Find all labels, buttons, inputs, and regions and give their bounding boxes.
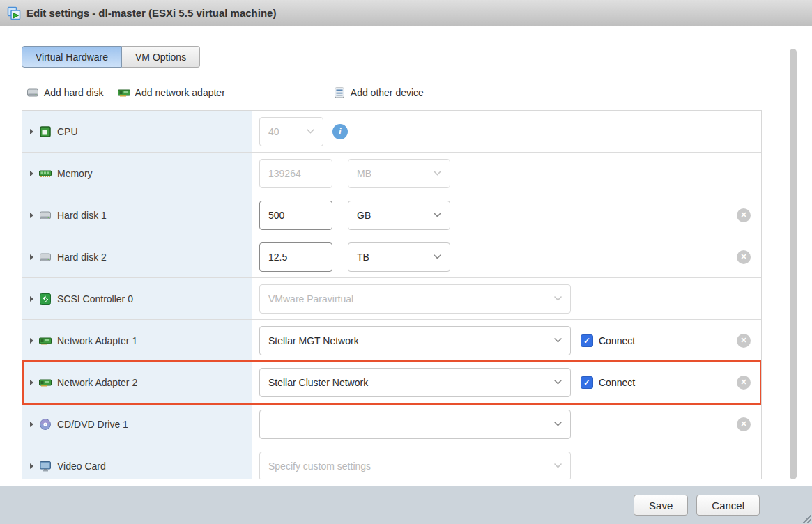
remove-device-icon[interactable]: ✕	[737, 376, 751, 390]
hard-disk-icon	[39, 251, 52, 263]
expand-arrow-icon[interactable]	[30, 213, 33, 218]
network-adapter-2-select[interactable]: Stellar Cluster Network	[259, 368, 571, 397]
save-button[interactable]: Save	[634, 495, 688, 516]
cpu-count-select: 40	[259, 117, 323, 146]
device-label: SCSI Controller 0	[57, 293, 133, 305]
connect-label: Connect	[599, 377, 635, 388]
expand-arrow-icon[interactable]	[30, 338, 33, 344]
chevron-down-icon	[554, 422, 562, 426]
network-adapter-1-select[interactable]: Stellar MGT Network	[259, 326, 571, 355]
remove-device-icon[interactable]: ✕	[737, 417, 751, 431]
network-adapter-icon	[118, 86, 130, 99]
device-row-cpu: CPU 40 i	[22, 111, 761, 153]
connect-checkbox[interactable]: ✓ Connect	[581, 334, 635, 347]
add-network-adapter-button[interactable]: Add network adapter	[118, 86, 225, 99]
scsi-controller-icon	[39, 293, 52, 305]
device-label: Network Adapter 1	[57, 335, 137, 346]
video-card-icon	[39, 460, 52, 472]
device-table: CPU 40 i Memory MB	[22, 110, 762, 479]
dialog-titlebar: Edit settings - dl-master (ESXi 5.5 virt…	[0, 0, 812, 26]
expand-arrow-icon[interactable]	[30, 380, 33, 385]
expand-arrow-icon[interactable]	[30, 254, 33, 260]
add-device-toolbar: Add hard disk Add network adapter Add ot…	[26, 86, 812, 99]
device-label: Hard disk 2	[57, 252, 107, 263]
device-label: Memory	[57, 168, 93, 179]
scsi-controller-select: VMware Paravirtual	[259, 284, 571, 314]
chevron-down-icon	[434, 171, 441, 176]
other-device-icon	[333, 86, 346, 99]
network-adapter-icon	[39, 334, 52, 347]
chevron-down-icon	[554, 463, 562, 468]
video-card-select: Specify custom settings	[259, 452, 571, 480]
vm-edit-icon	[7, 6, 21, 20]
tab-bar: Virtual Hardware VM Options	[22, 46, 812, 68]
device-row-network-adapter-2: Network Adapter 2 Stellar Cluster Networ…	[22, 362, 761, 403]
chevron-down-icon	[554, 380, 562, 385]
chevron-down-icon	[554, 338, 562, 343]
device-row-hard-disk-1: Hard disk 1 GB ✕	[22, 194, 761, 236]
device-row-network-adapter-1: Network Adapter 1 Stellar MGT Network ✓ …	[22, 320, 761, 362]
remove-device-icon[interactable]: ✕	[737, 208, 751, 222]
chevron-down-icon	[434, 254, 441, 259]
device-label: CPU	[57, 126, 78, 137]
cpu-icon	[39, 125, 52, 138]
hard-disk-2-unit-select[interactable]: TB	[348, 242, 450, 272]
memory-icon	[39, 167, 52, 180]
device-row-hard-disk-2: Hard disk 2 TB ✕	[22, 236, 761, 278]
add-hard-disk-label: Add hard disk	[44, 87, 104, 98]
expand-arrow-icon[interactable]	[30, 463, 33, 469]
device-row-cd-dvd-drive-1: CD/DVD Drive 1 ✕	[22, 403, 761, 445]
memory-unit-select: MB	[348, 159, 450, 188]
remove-device-icon[interactable]: ✕	[737, 250, 751, 264]
dialog-footer: Save Cancel	[0, 486, 812, 524]
cancel-button[interactable]: Cancel	[696, 495, 760, 516]
remove-device-icon[interactable]: ✕	[737, 334, 751, 348]
info-icon[interactable]: i	[332, 124, 348, 139]
cd-dvd-media-select[interactable]	[259, 410, 571, 439]
expand-arrow-icon[interactable]	[30, 422, 33, 427]
hard-disk-icon	[39, 209, 52, 222]
expand-arrow-icon[interactable]	[30, 296, 33, 302]
device-label: CD/DVD Drive 1	[57, 419, 128, 430]
device-label: Network Adapter 2	[57, 377, 137, 388]
resize-grip[interactable]	[803, 515, 811, 523]
device-row-video-card: Video Card Specify custom settings	[22, 445, 761, 479]
device-label: Video Card	[57, 461, 106, 472]
edit-settings-dialog: Edit settings - dl-master (ESXi 5.5 virt…	[0, 0, 812, 524]
hard-disk-icon	[26, 86, 39, 99]
hard-disk-1-unit-select[interactable]: GB	[348, 201, 450, 230]
add-other-device-label: Add other device	[351, 87, 424, 98]
network-adapter-icon	[39, 376, 52, 389]
add-hard-disk-button[interactable]: Add hard disk	[26, 86, 104, 99]
add-other-device-button[interactable]: Add other device	[333, 86, 424, 99]
tab-vm-options[interactable]: VM Options	[122, 46, 200, 68]
add-network-adapter-label: Add network adapter	[135, 87, 225, 98]
vertical-scrollbar-thumb[interactable]	[790, 49, 797, 479]
tab-virtual-hardware[interactable]: Virtual Hardware	[22, 46, 122, 68]
device-label: Hard disk 1	[57, 210, 107, 221]
hard-disk-1-size-input[interactable]	[259, 201, 332, 230]
device-row-memory: Memory MB	[22, 153, 761, 194]
connect-checkbox[interactable]: ✓ Connect	[581, 376, 635, 389]
memory-size-input	[259, 159, 332, 188]
checkbox-checked-icon[interactable]: ✓	[581, 376, 593, 389]
chevron-down-icon	[554, 296, 562, 301]
cd-dvd-icon	[39, 418, 52, 431]
chevron-down-icon	[307, 129, 314, 134]
connect-label: Connect	[599, 335, 635, 346]
chevron-down-icon	[434, 213, 441, 217]
device-row-scsi-controller-0: SCSI Controller 0 VMware Paravirtual	[22, 278, 761, 320]
checkbox-checked-icon[interactable]: ✓	[581, 334, 593, 347]
expand-arrow-icon[interactable]	[30, 129, 33, 134]
expand-arrow-icon[interactable]	[30, 171, 33, 176]
dialog-title: Edit settings - dl-master (ESXi 5.5 virt…	[26, 7, 276, 19]
hard-disk-2-size-input[interactable]	[259, 242, 332, 272]
